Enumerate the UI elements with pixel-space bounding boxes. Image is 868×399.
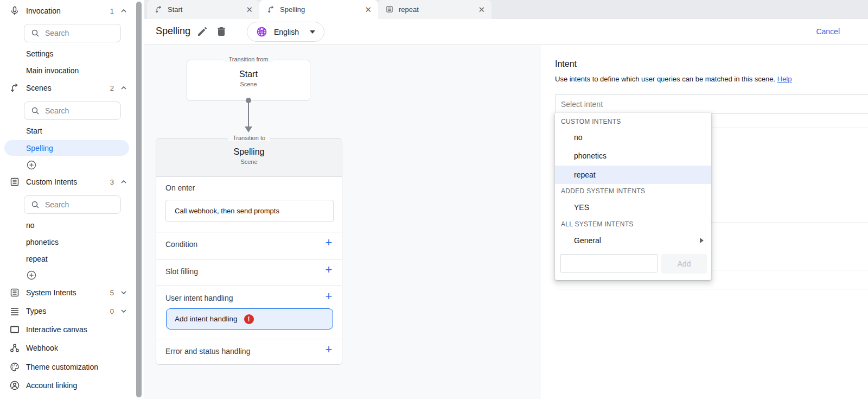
- custom-intents-search[interactable]: [24, 195, 121, 214]
- scenes-search[interactable]: [24, 102, 121, 120]
- add-scene-icon[interactable]: [27, 160, 36, 170]
- sidebar-item-system-intents[interactable]: System Intents 5: [0, 285, 135, 300]
- sidebar-item-account-linking[interactable]: Account linking: [0, 378, 135, 393]
- chevron-down-icon[interactable]: [120, 289, 127, 296]
- cancel-button[interactable]: Cancel: [816, 27, 840, 36]
- sidebar-item-types[interactable]: Types 0: [0, 303, 135, 319]
- content-area: Transition from Start Scene Transition t…: [144, 45, 868, 399]
- close-icon[interactable]: ✕: [478, 5, 485, 14]
- canvas-icon: [10, 325, 20, 334]
- scene-card-subtitle: Scene: [156, 159, 342, 165]
- sidebar-item-scenes[interactable]: Scenes 2: [0, 80, 135, 96]
- sidebar-item-interactive-canvas[interactable]: Interactive canvas: [0, 322, 135, 337]
- dropdown-option-no[interactable]: no: [555, 128, 711, 147]
- globe-icon: [256, 26, 267, 37]
- search-icon: [31, 106, 40, 115]
- dropdown-option-yes[interactable]: YES: [555, 198, 711, 217]
- custom-intents-group-header: CUSTOM INTENTS: [561, 114, 621, 129]
- dropdown-option-phonetics[interactable]: phonetics: [555, 147, 711, 165]
- scene-icon: [155, 5, 163, 14]
- spelling-scene-card: Transition to Spelling Scene On enter Ca…: [156, 138, 342, 365]
- add-intent-handling-item[interactable]: Add intent handling !: [166, 308, 333, 330]
- webhook-icon: [10, 343, 20, 353]
- close-icon[interactable]: ✕: [246, 5, 253, 14]
- chevron-up-icon[interactable]: [120, 8, 127, 14]
- sidebar-item-invocation[interactable]: Invocation 1: [0, 3, 135, 18]
- intent-panel: Intent Use intents to define which user …: [541, 45, 868, 399]
- start-card-title: Start: [187, 69, 310, 79]
- on-enter-value: Call webhook, then send prompts: [175, 207, 279, 215]
- add-user-intent-button[interactable]: +: [323, 291, 334, 302]
- sidebar-item-no[interactable]: no: [0, 218, 135, 233]
- sidebar-item-webhook[interactable]: Webhook: [0, 340, 135, 356]
- sidebar-item-settings[interactable]: Settings: [0, 46, 135, 61]
- invocation-search-input[interactable]: [45, 29, 110, 37]
- language-label: English: [274, 28, 299, 36]
- all-system-intents-group-header: ALL SYSTEM INTENTS: [561, 217, 634, 232]
- on-enter-action[interactable]: Call webhook, then send prompts: [165, 200, 334, 222]
- types-icon: [10, 306, 20, 316]
- language-selector[interactable]: English: [247, 22, 324, 42]
- chevron-up-icon[interactable]: [120, 179, 127, 185]
- scenes-search-input[interactable]: [45, 106, 110, 115]
- chevron-up-icon[interactable]: [120, 85, 127, 91]
- slot-filling-section: Slot filling +: [156, 259, 342, 286]
- sidebar-item-start[interactable]: Start: [0, 123, 135, 138]
- palette-icon: [10, 362, 20, 372]
- close-icon[interactable]: ✕: [365, 5, 372, 14]
- tab-start[interactable]: Start ✕: [147, 0, 259, 19]
- scene-icon: [267, 5, 275, 14]
- scene-canvas: Transition from Start Scene Transition t…: [144, 45, 541, 399]
- custom-intents-search-input[interactable]: [45, 200, 110, 209]
- intent-dropdown: CUSTOM INTENTS no phonetics repeat ADDED…: [555, 113, 711, 280]
- connector-arrowhead-icon: [245, 126, 252, 132]
- tab-spelling[interactable]: Spelling ✕: [259, 0, 378, 19]
- panel-description: Use intents to define which user queries…: [555, 75, 792, 83]
- sidebar-item-theme-customization[interactable]: Theme customization: [0, 359, 135, 375]
- add-button[interactable]: Add: [661, 254, 707, 274]
- add-condition-button[interactable]: +: [323, 237, 334, 248]
- new-intent-input[interactable]: [560, 254, 658, 273]
- select-intent-input[interactable]: [556, 95, 868, 113]
- start-scene-card[interactable]: Transition from Start Scene: [187, 60, 310, 101]
- microphone-icon: [10, 6, 20, 16]
- user-intent-handling-section: User intent handling + Add intent handli…: [156, 286, 342, 339]
- panel-title: Intent: [555, 59, 577, 69]
- add-intent-icon[interactable]: [27, 270, 36, 280]
- spelling-scene-card-header[interactable]: Transition to Spelling Scene: [156, 139, 342, 177]
- scene-header: Spelling English Cancel: [144, 19, 868, 45]
- tab-repeat[interactable]: repeat ✕: [378, 0, 492, 19]
- added-system-intents-group-header: ADDED SYSTEM INTENTS: [561, 183, 645, 199]
- page-title: Spelling: [156, 26, 190, 37]
- condition-section: Condition +: [156, 232, 342, 259]
- on-enter-label: On enter: [165, 183, 195, 192]
- sidebar-item-phonetics[interactable]: phonetics: [0, 235, 135, 250]
- scene-card-title: Spelling: [156, 147, 342, 157]
- intent-doc-icon: [386, 5, 394, 14]
- search-icon: [31, 200, 40, 209]
- submenu-arrow-icon: [700, 238, 704, 243]
- select-intent-field[interactable]: [555, 94, 868, 114]
- chevron-down-icon[interactable]: [120, 308, 127, 314]
- transition-to-label: Transition to: [228, 135, 270, 141]
- dropdown-option-general[interactable]: General: [555, 231, 711, 250]
- search-icon: [31, 29, 40, 37]
- intent-doc-icon: [10, 288, 20, 297]
- tab-strip: Start ✕ Spelling ✕ repeat ✕: [144, 0, 868, 19]
- add-error-handling-button[interactable]: +: [323, 344, 334, 355]
- sidebar-item-custom-intents[interactable]: Custom Intents 3: [0, 174, 135, 189]
- sidebar-item-main-invocation[interactable]: Main invocation: [0, 63, 135, 78]
- edit-icon[interactable]: [196, 26, 208, 37]
- help-link[interactable]: Help: [777, 75, 792, 83]
- dropdown-option-repeat[interactable]: repeat: [555, 166, 711, 184]
- add-slot-button[interactable]: +: [323, 264, 334, 275]
- transition-from-label: Transition from: [224, 56, 273, 62]
- panel-divider: [555, 289, 868, 289]
- sidebar-item-repeat[interactable]: repeat: [0, 251, 135, 267]
- delete-icon[interactable]: [215, 26, 227, 37]
- sidebar-scrollbar[interactable]: [136, 2, 142, 397]
- start-card-subtitle: Scene: [187, 81, 310, 87]
- scenes-icon: [10, 83, 20, 93]
- sidebar-item-spelling-selected[interactable]: Spelling: [4, 140, 129, 156]
- invocation-search[interactable]: [24, 24, 121, 42]
